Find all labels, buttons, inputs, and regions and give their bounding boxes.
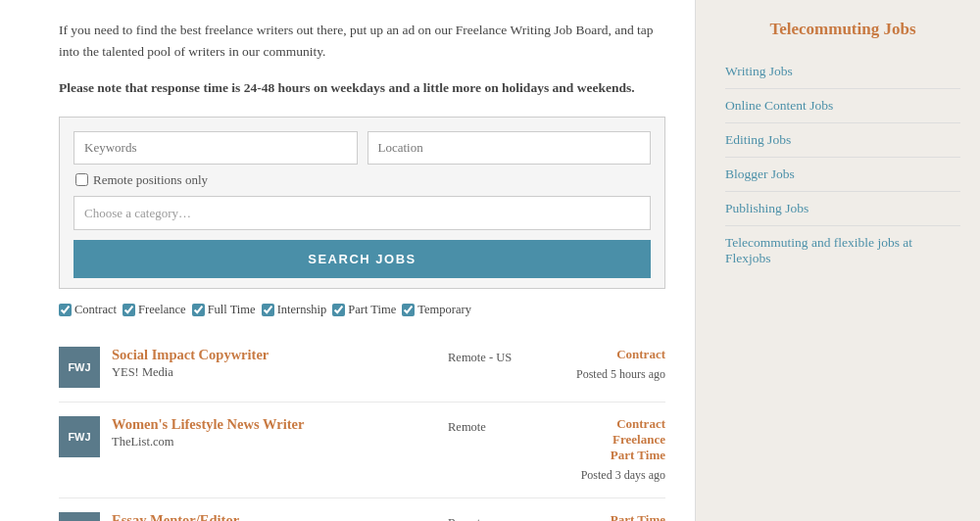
filter-contract[interactable]: Contract xyxy=(59,303,117,317)
filter-checkbox-temporary[interactable] xyxy=(402,304,415,316)
sidebar-link-4[interactable]: Publishing Jobs xyxy=(725,192,960,226)
job-meta: ContractFreelancePart TimePosted 3 days … xyxy=(548,416,665,484)
job-logo: FWJ xyxy=(59,512,100,521)
remote-checkbox[interactable] xyxy=(75,173,88,186)
job-company: YES! Media xyxy=(112,365,436,380)
filter-internship[interactable]: Internship xyxy=(262,303,327,317)
notice-paragraph: Please note that response time is 24-48 … xyxy=(59,77,665,99)
filter-part-time[interactable]: Part Time xyxy=(332,303,396,317)
category-select[interactable]: Choose a category… xyxy=(74,196,651,230)
job-posted: Posted 3 days ago xyxy=(548,467,665,484)
job-title-link[interactable]: Women's Lifestyle News Writer xyxy=(112,416,304,432)
job-type-tag: Contract xyxy=(548,347,665,362)
location-input[interactable] xyxy=(368,131,652,165)
filter-row: ContractFreelanceFull TimeInternshipPart… xyxy=(59,303,665,317)
filter-checkbox-full-time[interactable] xyxy=(192,304,205,316)
sidebar-link-1[interactable]: Online Content Jobs xyxy=(725,89,960,123)
filter-label: Contract xyxy=(74,303,117,317)
job-listing: FWJEssay Mentor/EditorGet It Recruit - E… xyxy=(59,498,665,521)
job-posted: Posted 5 hours ago xyxy=(548,366,665,383)
job-type-tag: Part Time xyxy=(548,512,665,521)
job-logo: FWJ xyxy=(59,416,100,457)
job-center: Social Impact CopywriterYES! Media xyxy=(112,347,436,380)
filter-label: Internship xyxy=(277,303,327,317)
job-title-link[interactable]: Social Impact Copywriter xyxy=(112,347,269,362)
filter-full-time[interactable]: Full Time xyxy=(192,303,256,317)
job-title: Women's Lifestyle News Writer xyxy=(112,416,436,433)
job-listing: FWJWomen's Lifestyle News WriterTheList.… xyxy=(59,403,665,498)
sidebar: Telecommuting Jobs Writing JobsOnline Co… xyxy=(696,0,980,521)
job-center: Essay Mentor/EditorGet It Recruit - Educ… xyxy=(112,512,436,521)
keywords-input[interactable] xyxy=(74,131,358,165)
job-type-tag: Freelance xyxy=(548,432,665,448)
job-meta: Part TimePosted 4 days ago xyxy=(548,512,665,521)
sidebar-link-2[interactable]: Editing Jobs xyxy=(725,123,960,158)
sidebar-title: Telecommuting Jobs xyxy=(725,20,960,39)
sidebar-links: Writing JobsOnline Content JobsEditing J… xyxy=(725,55,960,275)
filter-checkbox-internship[interactable] xyxy=(262,304,274,316)
sidebar-link-0[interactable]: Writing Jobs xyxy=(725,55,960,89)
jobs-list: FWJSocial Impact CopywriterYES! MediaRem… xyxy=(59,333,665,521)
job-meta: ContractPosted 5 hours ago xyxy=(548,347,665,383)
search-button[interactable]: SEARCH JOBS xyxy=(74,240,651,278)
search-top-row xyxy=(74,131,651,165)
main-content: If you need to find the best freelance w… xyxy=(0,0,696,521)
job-company: TheList.com xyxy=(112,435,436,450)
remote-row: Remote positions only xyxy=(74,172,651,188)
filter-freelance[interactable]: Freelance xyxy=(122,303,186,317)
job-title: Social Impact Copywriter xyxy=(112,347,436,363)
job-location: Remote - US xyxy=(448,351,536,365)
job-location: Remote xyxy=(448,420,536,435)
filter-temporary[interactable]: Temporary xyxy=(402,303,471,317)
filter-label: Freelance xyxy=(138,303,186,317)
job-center: Women's Lifestyle News WriterTheList.com xyxy=(112,416,436,450)
sidebar-link-5[interactable]: Telecommuting and flexible jobs at Flexj… xyxy=(725,226,960,275)
filter-label: Part Time xyxy=(348,303,396,317)
job-logo: FWJ xyxy=(59,347,100,388)
job-title: Essay Mentor/Editor xyxy=(112,512,436,521)
filter-checkbox-contract[interactable] xyxy=(59,304,72,316)
filter-checkbox-freelance[interactable] xyxy=(122,304,135,316)
filter-label: Full Time xyxy=(208,303,256,317)
filter-label: Temporary xyxy=(417,303,471,317)
job-type-tag: Part Time xyxy=(548,448,665,463)
intro-paragraph: If you need to find the best freelance w… xyxy=(59,20,665,62)
sidebar-link-3[interactable]: Blogger Jobs xyxy=(725,158,960,192)
job-location: Remote xyxy=(448,516,536,521)
filter-checkbox-part-time[interactable] xyxy=(332,304,345,316)
job-title-link[interactable]: Essay Mentor/Editor xyxy=(112,512,239,521)
job-listing: FWJSocial Impact CopywriterYES! MediaRem… xyxy=(59,333,665,403)
job-type-tag: Contract xyxy=(548,416,665,432)
search-box: Remote positions only Choose a category…… xyxy=(59,117,665,289)
remote-label: Remote positions only xyxy=(93,172,208,188)
